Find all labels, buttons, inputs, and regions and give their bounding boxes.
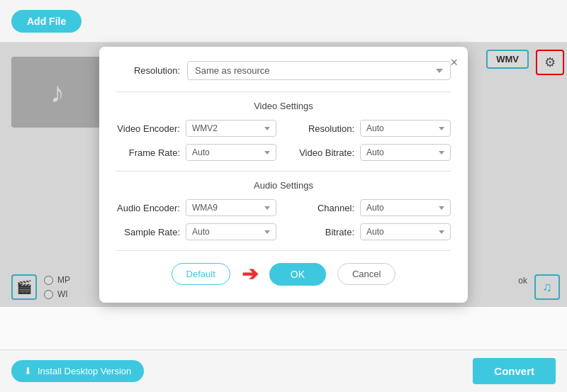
resolution-row: Resolution: Same as resource xyxy=(116,61,451,80)
main-area: ♪ WMV ⚙ 🎬 MP WI ok ♫ xyxy=(0,43,567,349)
sample-rate-row: Sample Rate: Auto xyxy=(116,223,276,240)
resolution-select[interactable]: Same as resource xyxy=(187,61,451,80)
sample-rate-label: Sample Rate: xyxy=(116,227,180,237)
ok-button[interactable]: OK xyxy=(269,263,326,286)
arrow-icon: ➔ xyxy=(242,262,258,286)
footer-divider xyxy=(116,250,451,251)
download-icon: ⬇ xyxy=(24,366,32,376)
settings-modal: × Resolution: Same as resource Video Set… xyxy=(99,47,468,303)
bitrate-row: Bitrate: Auto xyxy=(291,223,451,240)
channel-label: Channel: xyxy=(291,203,354,213)
bitrate-label: Bitrate: xyxy=(291,227,354,237)
install-button[interactable]: ⬇ Install Desktop Version xyxy=(11,360,144,382)
video-encoder-select[interactable]: WMV2 xyxy=(186,120,276,137)
video-divider xyxy=(116,91,451,92)
frame-rate-label: Frame Rate: xyxy=(116,147,180,158)
sample-rate-select[interactable]: Auto xyxy=(186,223,276,240)
video-bitrate-select[interactable]: Auto xyxy=(360,144,451,161)
bitrate-select[interactable]: Auto xyxy=(360,223,451,240)
install-label: Install Desktop Version xyxy=(38,366,131,376)
modal-footer: Default ➔ OK Cancel xyxy=(116,262,451,286)
convert-button[interactable]: Convert xyxy=(473,358,556,384)
cancel-button[interactable]: Cancel xyxy=(337,263,395,285)
video-settings-grid: Video Encoder: WMV2 Resolution: Auto Fra… xyxy=(116,120,451,161)
video-encoder-label: Video Encoder: xyxy=(116,123,180,134)
resolution-sub-row: Resolution: Auto xyxy=(291,120,451,137)
frame-rate-row: Frame Rate: Auto xyxy=(116,144,276,161)
modal-close-button[interactable]: × xyxy=(450,55,458,70)
video-settings-title: Video Settings xyxy=(116,101,451,111)
audio-encoder-row: Audio Encoder: WMA9 xyxy=(116,199,276,216)
bottom-bar: ⬇ Install Desktop Version Convert xyxy=(0,349,567,392)
channel-select[interactable]: Auto xyxy=(360,199,451,216)
frame-rate-select[interactable]: Auto xyxy=(186,144,276,161)
resolution-label: Resolution: xyxy=(116,65,180,76)
add-file-button[interactable]: Add File xyxy=(11,10,82,33)
resolution-sub-select[interactable]: Auto xyxy=(360,120,451,137)
resolution-sub-label: Resolution: xyxy=(291,123,354,134)
default-button[interactable]: Default xyxy=(172,263,230,285)
modal-overlay: × Resolution: Same as resource Video Set… xyxy=(0,43,567,307)
video-bitrate-label: Video Bitrate: xyxy=(291,147,354,158)
audio-settings-grid: Audio Encoder: WMA9 Channel: Auto Sample… xyxy=(116,199,451,240)
top-bar: Add File xyxy=(0,0,567,43)
audio-encoder-select[interactable]: WMA9 xyxy=(186,199,276,216)
channel-row: Channel: Auto xyxy=(291,199,451,216)
audio-encoder-label: Audio Encoder: xyxy=(116,203,180,213)
video-encoder-row: Video Encoder: WMV2 xyxy=(116,120,276,137)
video-bitrate-row: Video Bitrate: Auto xyxy=(291,144,451,161)
audio-settings-title: Audio Settings xyxy=(116,180,451,191)
audio-divider xyxy=(116,171,451,172)
